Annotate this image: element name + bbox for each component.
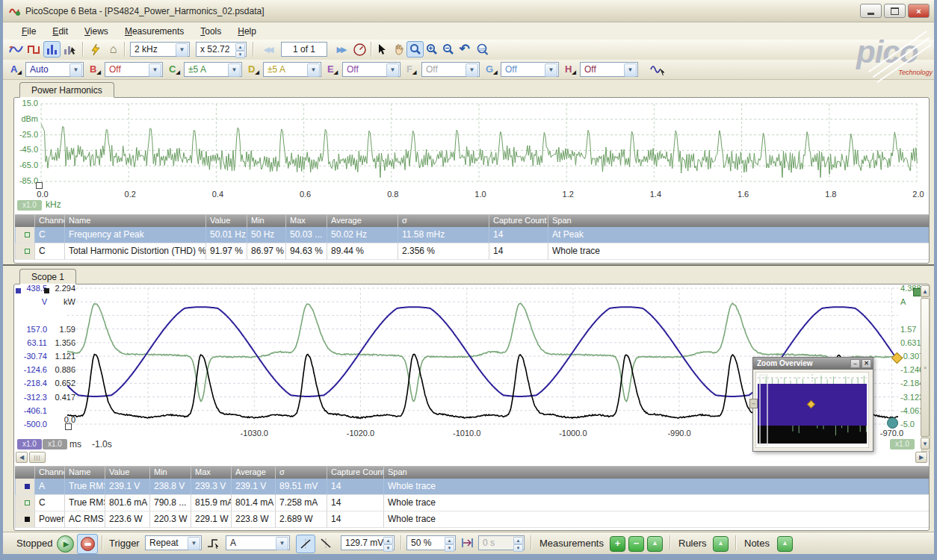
signal-generator-icon[interactable] <box>87 41 104 57</box>
add-view-button[interactable] <box>61 41 78 57</box>
hscroll-left-button[interactable]: ◀ <box>16 452 28 463</box>
table-row[interactable]: CTrue RMS801.6 mA790.8 ...815.9 mA801.4 … <box>15 495 930 511</box>
pointer-tool-button[interactable] <box>374 41 391 57</box>
tab-power-harmonics[interactable]: Power Harmonics <box>19 82 114 98</box>
remove-measurement-button[interactable]: − <box>628 536 644 552</box>
zoom-overview-titlebar[interactable]: Zoom Overview – ✕ <box>753 358 873 370</box>
home-icon[interactable]: ⌂ <box>105 41 122 57</box>
column-header[interactable]: Channel <box>34 215 64 227</box>
column-header[interactable]: Value <box>105 467 149 479</box>
maximize-button[interactable] <box>884 4 906 18</box>
zoom-overview-minimize-icon[interactable]: – <box>850 359 860 368</box>
table-row[interactable]: PowerAC RMS223.6 W220.3 W229.1 W223.8 W2… <box>15 511 930 528</box>
zoom-in-tool-button[interactable] <box>423 41 440 57</box>
chevron-down-icon[interactable]: ▼ <box>188 537 200 550</box>
spin-up-icon[interactable]: ▲ <box>383 537 393 544</box>
channel-h-range-select[interactable]: Off▼ <box>580 62 638 77</box>
zoom-100-tool-button[interactable]: 100 <box>474 41 491 57</box>
column-header[interactable]: Value <box>205 215 247 227</box>
column-header[interactable]: Channel <box>34 467 64 479</box>
spin-up-icon[interactable]: ▲ <box>445 537 454 544</box>
column-header[interactable]: Span <box>548 215 929 227</box>
column-header[interactable]: Name <box>64 215 205 227</box>
column-header[interactable]: Average <box>231 467 275 479</box>
chevron-down-icon[interactable]: ▼ <box>624 63 637 77</box>
zoom-overview-handle[interactable]: ↔ <box>749 399 758 408</box>
power-axis-marker[interactable] <box>44 288 49 293</box>
zoom-out-tool-button[interactable] <box>439 41 457 57</box>
spin-up-icon[interactable]: ▲ <box>235 43 245 51</box>
chevron-down-icon[interactable]: ▼ <box>386 63 399 77</box>
chevron-down-icon[interactable]: ▼ <box>545 63 557 77</box>
start-capture-button[interactable]: ▶ <box>57 535 74 553</box>
ground-marker-icon[interactable] <box>887 417 898 429</box>
scope-view-button[interactable] <box>7 41 25 57</box>
menu-item-help[interactable]: Help <box>229 24 265 39</box>
undo-zoom-button[interactable]: ↶ <box>456 41 473 57</box>
menu-item-edit[interactable]: Edit <box>44 24 76 39</box>
chevron-down-icon[interactable]: ▼ <box>228 63 241 77</box>
stop-capture-button[interactable] <box>77 534 98 554</box>
pretrigger-spinner[interactable]: 50 % ▲▼ <box>406 535 456 550</box>
spin-down-icon[interactable]: ▼ <box>383 544 393 552</box>
column-header[interactable]: Min <box>247 215 285 227</box>
persistence-view-button[interactable] <box>25 41 43 57</box>
channel-c-range-select[interactable]: ±5 A▼ <box>184 62 242 77</box>
spectrum-view-button[interactable] <box>43 41 61 57</box>
channel-e-range-select[interactable]: Off▼ <box>342 62 401 77</box>
zoom-overview-window[interactable]: Zoom Overview – ✕ ↔ <box>752 357 873 452</box>
spin-down-icon[interactable]: ▼ <box>445 544 454 552</box>
chevron-down-icon[interactable]: ▼ <box>276 537 288 550</box>
column-header[interactable]: σ <box>275 467 327 479</box>
spectrum-range-select[interactable]: 2 kHz▼ <box>130 42 190 57</box>
hscroll-right-button[interactable]: ▶ <box>915 452 927 463</box>
channel-a-range-select[interactable]: Auto▼ <box>25 62 84 77</box>
chevron-down-icon[interactable]: ▼ <box>307 63 320 77</box>
rising-edge-toggle[interactable] <box>296 535 315 553</box>
trigger-source-select[interactable]: A▼ <box>226 535 290 550</box>
hscroll-thumb[interactable]: ||| <box>29 452 46 463</box>
column-header[interactable]: Capture Count <box>489 215 548 227</box>
column-header[interactable]: Max <box>191 467 231 479</box>
measurement-grid-button[interactable]: ▲ <box>647 536 663 552</box>
voltage-axis-marker[interactable] <box>16 288 21 293</box>
awg-button[interactable] <box>650 63 667 79</box>
chevron-down-icon[interactable]: ▼ <box>149 63 161 77</box>
rapid-trigger-icon[interactable] <box>460 537 474 552</box>
zoom-overview-close-icon[interactable]: ✕ <box>862 359 871 368</box>
channel-b-range-select[interactable]: Off▼ <box>105 62 163 77</box>
channel-f-range-select[interactable]: Off▼ <box>421 62 480 77</box>
trigger-mode-select[interactable]: Repeat▼ <box>145 535 202 550</box>
pane-splitter[interactable] <box>3 264 937 266</box>
column-header[interactable]: Max <box>285 215 327 227</box>
zoom-overview-plot[interactable] <box>755 372 869 448</box>
rulers-button[interactable]: ▲ <box>713 536 729 552</box>
column-header[interactable]: σ <box>398 215 489 227</box>
trigger-threshold-spinner[interactable]: 129.7 mV ▲▼ <box>341 535 395 550</box>
spin-down-icon[interactable]: ▼ <box>235 51 245 58</box>
notes-button[interactable]: ▲ <box>777 536 793 552</box>
chevron-down-icon[interactable]: ▼ <box>466 63 478 77</box>
column-header[interactable]: Span <box>383 467 929 479</box>
add-measurement-button[interactable]: + <box>610 536 625 552</box>
table-row[interactable]: CFrequency at Peak50.01 Hz50 Hz50.03 ...… <box>15 227 930 243</box>
menu-item-tools[interactable]: Tools <box>192 24 229 39</box>
menu-item-views[interactable]: Views <box>76 24 117 39</box>
tab-scope-1[interactable]: Scope 1 <box>19 269 76 284</box>
next-buffer-button[interactable]: ▶▶ <box>330 41 351 57</box>
column-header[interactable]: Capture Count <box>327 467 383 479</box>
channel-d-range-select[interactable]: ±5 A▼ <box>263 62 321 77</box>
column-header[interactable]: Name <box>64 467 105 479</box>
column-header[interactable]: Min <box>149 467 191 479</box>
scope-axis-handle[interactable] <box>65 423 72 430</box>
marquee-zoom-tool-button[interactable] <box>406 41 424 57</box>
column-header[interactable]: Average <box>327 215 398 227</box>
falling-edge-toggle[interactable] <box>317 535 335 552</box>
chevron-down-icon[interactable]: ▼ <box>176 43 188 57</box>
table-row[interactable]: ATrue RMS239.1 V238.8 V239.3 V239.1 V89.… <box>15 479 930 495</box>
prev-buffer-button[interactable]: ◀◀ <box>257 41 278 57</box>
spectrum-plot[interactable] <box>40 99 920 189</box>
vscroll-down-button[interactable]: ▼ <box>921 438 930 449</box>
buffer-navigator-icon[interactable] <box>351 41 368 57</box>
close-button[interactable]: × <box>908 4 930 18</box>
